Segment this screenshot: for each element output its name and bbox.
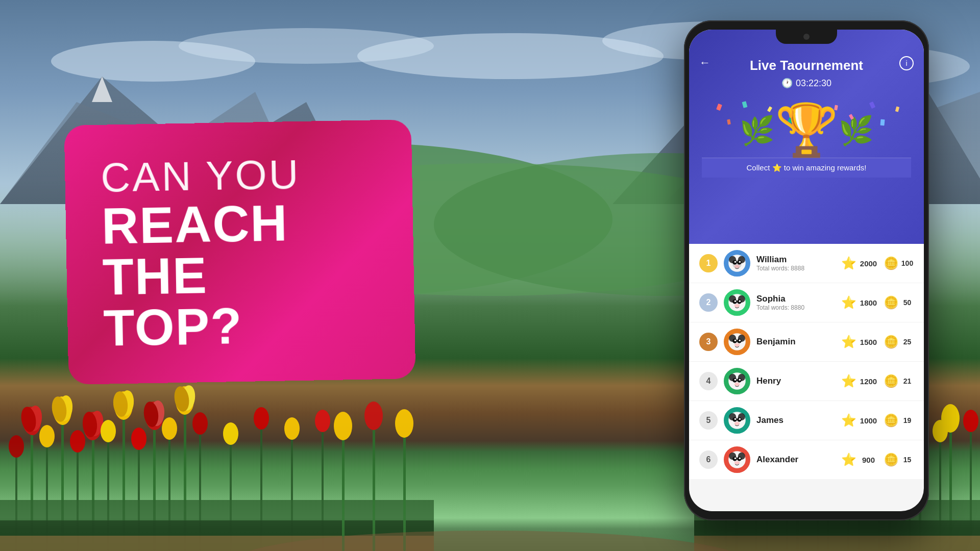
star-icon-5: ⭐ <box>841 413 856 428</box>
svg-point-158 <box>734 383 740 386</box>
rank-badge-4: 4 <box>699 372 718 390</box>
coin-icon-6: 🪙 <box>884 453 899 467</box>
leaderboard-item-3[interactable]: 3 <box>689 322 924 362</box>
player-info-4: Henry <box>756 376 835 386</box>
player-name-2: Sophia <box>756 294 835 304</box>
info-button[interactable]: i <box>899 56 914 70</box>
svg-point-149 <box>734 343 740 347</box>
trophy-section: 🌿 🏆 🌿 <box>702 99 911 155</box>
avatar-1 <box>724 250 750 277</box>
svg-point-147 <box>734 340 737 342</box>
avatar-4 <box>724 368 750 394</box>
svg-rect-118 <box>727 119 731 125</box>
star-icon-3: ⭐ <box>841 335 856 349</box>
svg-rect-117 <box>895 106 899 112</box>
avatar-3 <box>724 329 750 355</box>
avatar-5 <box>724 407 750 434</box>
player-info-2: Sophia Total words: 8880 <box>756 294 835 311</box>
coin-value-2: 50 <box>901 298 914 307</box>
coin-value-4: 21 <box>901 377 914 385</box>
score-section-2: ⭐ 1800 <box>841 295 877 310</box>
coin-value-3: 25 <box>901 338 914 346</box>
leaderboard-item-2[interactable]: 2 <box>689 283 924 322</box>
svg-point-139 <box>739 300 741 303</box>
rank-number-5: 5 <box>706 416 711 425</box>
score-value-4: 1200 <box>860 377 877 386</box>
coin-value-1: 100 <box>901 259 914 267</box>
svg-point-138 <box>734 300 737 303</box>
player-words-2: Total words: 8880 <box>756 304 835 311</box>
score-section-5: ⭐ 1000 <box>841 413 877 428</box>
score-value-6: 900 <box>860 456 877 464</box>
score-value-2: 1800 <box>860 298 877 307</box>
player-info-1: William Total words: 8888 <box>756 255 835 272</box>
svg-rect-111 <box>716 104 722 111</box>
countdown-timer: 🕐 03:22:30 <box>702 78 911 89</box>
score-section-4: ⭐ 1200 <box>841 374 877 388</box>
player-name-5: James <box>756 415 835 425</box>
timer-clock-icon: 🕐 <box>781 78 793 89</box>
svg-point-157 <box>739 379 741 381</box>
leaderboard: 1 <box>689 244 924 479</box>
rank-number-6: 6 <box>706 455 711 464</box>
svg-rect-112 <box>742 101 748 108</box>
coins-section-5: 🪙 19 <box>884 413 914 428</box>
back-button[interactable]: ← <box>699 56 710 69</box>
rank-number-4: 4 <box>706 377 711 386</box>
svg-point-167 <box>734 422 740 425</box>
coins-section-1: 🪙 100 <box>884 256 914 270</box>
phone-mockup: ← i Live Taournement 🕐 03:22:30 <box>684 20 929 520</box>
player-info-3: Benjamin <box>756 337 835 347</box>
star-icon-1: ⭐ <box>841 256 856 270</box>
leaderboard-item-4[interactable]: 4 <box>689 362 924 401</box>
svg-point-156 <box>734 379 737 381</box>
phone-camera <box>803 34 810 40</box>
svg-rect-121 <box>880 119 885 126</box>
rank-badge-1: 1 <box>699 254 718 272</box>
rank-badge-3: 3 <box>699 333 718 351</box>
player-words-1: Total words: 8888 <box>756 265 835 272</box>
svg-point-131 <box>734 265 740 268</box>
player-name-1: William <box>756 255 835 265</box>
phone-screen: ← i Live Taournement 🕐 03:22:30 <box>689 30 924 511</box>
app-header: ← i Live Taournement 🕐 03:22:30 <box>689 30 924 244</box>
coin-icon-4: 🪙 <box>884 374 899 388</box>
coin-value-6: 15 <box>901 456 914 464</box>
player-info-6: Alexander <box>756 455 835 465</box>
star-icon-4: ⭐ <box>841 374 856 388</box>
coins-section-4: 🪙 21 <box>884 374 914 388</box>
player-name-3: Benjamin <box>756 337 835 347</box>
main-trophy: 🏆 <box>775 104 839 155</box>
promo-card: CAN YOU REACH THE TOP? <box>64 119 416 385</box>
coin-icon-5: 🪙 <box>884 413 899 428</box>
phone-frame: ← i Live Taournement 🕐 03:22:30 <box>684 20 929 520</box>
score-section-6: ⭐ 900 <box>841 453 877 467</box>
coin-icon-2: 🪙 <box>884 295 899 310</box>
star-icon-6: ⭐ <box>841 453 856 467</box>
rank-number-1: 1 <box>706 259 711 268</box>
leaderboard-item-1[interactable]: 1 <box>689 244 924 283</box>
tournament-title: Live Taournement <box>702 58 911 73</box>
avatar-2 <box>724 289 750 316</box>
svg-point-165 <box>734 418 737 420</box>
player-name-6: Alexander <box>756 455 835 465</box>
player-info-5: James <box>756 415 835 425</box>
score-value-3: 1500 <box>860 338 877 346</box>
coins-section-6: 🪙 15 <box>884 453 914 467</box>
rank-number-2: 2 <box>706 298 711 307</box>
rank-badge-2: 2 <box>699 293 718 312</box>
trophy-icon: 🏆 <box>775 104 839 155</box>
svg-rect-113 <box>767 106 772 112</box>
score-section-1: ⭐ 2000 <box>841 256 877 270</box>
rank-badge-5: 5 <box>699 411 718 430</box>
rank-badge-6: 6 <box>699 450 718 469</box>
promo-line2: REACH THE <box>101 195 378 302</box>
coin-icon-1: 🪙 <box>884 256 899 270</box>
coins-section-3: 🪙 25 <box>884 335 914 349</box>
leaderboard-item-6[interactable]: 6 <box>689 440 924 479</box>
score-value-5: 1000 <box>860 416 877 425</box>
svg-point-148 <box>739 340 741 342</box>
svg-point-176 <box>734 461 740 465</box>
promo-line3: TOP? <box>103 297 380 353</box>
leaderboard-item-5[interactable]: 5 <box>689 401 924 440</box>
